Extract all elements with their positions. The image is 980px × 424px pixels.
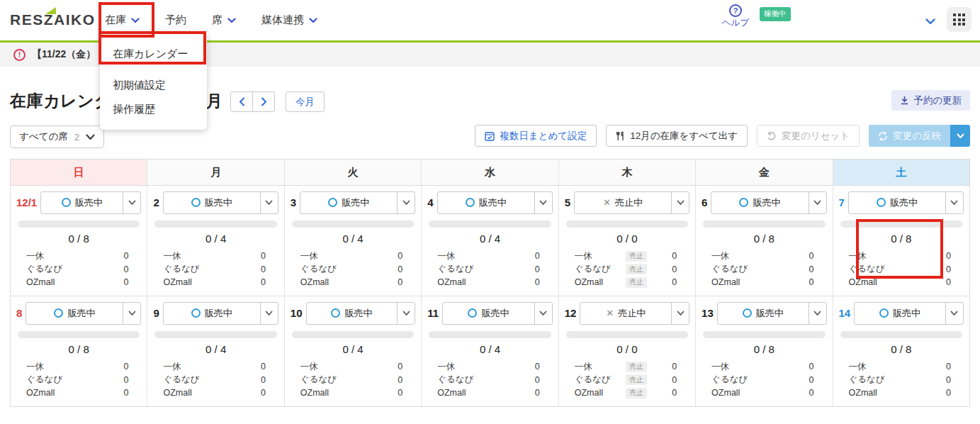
menu-item-initial-value-settings[interactable]: 初期値設定	[100, 73, 207, 97]
status-select[interactable]: 販売中	[26, 302, 141, 325]
channel-value: 0	[257, 388, 266, 398]
cell-header: 9 販売中	[147, 301, 283, 325]
calendar-week-row: 8 販売中 0 / 8 一休0ぐるなび0OZmall0 9 販売中	[11, 296, 969, 406]
status-select[interactable]: ✕ 売止中	[574, 191, 689, 214]
status-select[interactable]: 販売中	[854, 302, 964, 325]
status-select[interactable]: 販売中	[437, 191, 553, 214]
account-chevron-down-icon[interactable]	[925, 15, 935, 28]
menu-item-inventory-calendar[interactable]: 在庫カレンダー	[100, 42, 207, 66]
apply-changes-button[interactable]: 変更の反映	[869, 125, 950, 147]
channel-value: 0	[942, 388, 951, 398]
app-grid-button[interactable]	[947, 7, 971, 32]
inventory-progress-bar	[703, 331, 825, 338]
date-label: 12/1	[16, 196, 37, 208]
status-select[interactable]: 販売中	[163, 191, 278, 214]
channel-name: OZmall	[849, 388, 942, 398]
channel-list: 一休0ぐるなび0OZmall0	[285, 360, 421, 400]
status-text: 販売中	[481, 307, 509, 320]
status-icon	[54, 308, 63, 318]
chevron-down-icon	[227, 18, 236, 23]
channel-name: ぐるなび	[163, 374, 257, 386]
channel-row: 一休0	[300, 360, 402, 374]
inventory-progress-bar	[703, 221, 825, 228]
channel-row: 一休0	[163, 250, 265, 263]
reszaiko-logo[interactable]: RESZAIKO	[10, 11, 96, 28]
help-button[interactable]: ? ヘルプ	[721, 4, 750, 29]
chevron-down-icon	[123, 303, 140, 324]
channel-name: ぐるなび	[26, 263, 120, 275]
channel-row: 一休0	[300, 250, 402, 263]
undo-icon	[767, 131, 777, 141]
channel-name: ぐるなび	[575, 263, 626, 275]
release-all-inventory-button[interactable]: 12月の在庫をすべて出す	[606, 125, 748, 147]
channel-row: OZmall0	[711, 276, 813, 289]
status-text: 販売中	[890, 196, 918, 209]
channel-row: ぐるなび0	[437, 263, 539, 277]
status-value: 販売中	[41, 192, 123, 213]
date-label: 12	[565, 307, 577, 319]
status-select[interactable]: 販売中	[163, 302, 278, 325]
status-text: 売止中	[618, 307, 646, 320]
nav-item-reservations[interactable]: 予約	[165, 13, 186, 27]
date-label: 13	[702, 307, 714, 319]
nav-item-inventory[interactable]: 在庫	[105, 13, 140, 27]
inventory-count: 0 / 8	[833, 233, 969, 245]
menu-item-operation-history[interactable]: 操作履歴	[100, 97, 207, 121]
channel-value: 0	[668, 277, 677, 287]
channel-name: 一休	[575, 361, 626, 373]
status-select[interactable]: 販売中	[300, 191, 415, 214]
apply-options-chevron-button[interactable]	[950, 125, 970, 147]
reset-changes-button[interactable]: 変更のリセット	[757, 125, 860, 147]
chevron-down-icon	[260, 303, 278, 324]
inventory-progress-bar	[18, 331, 140, 338]
status-select[interactable]: 販売中	[717, 302, 827, 325]
seat-filter-dropdown[interactable]: すべての席 2	[10, 125, 104, 148]
update-reservations-button[interactable]: 予約の更新	[891, 90, 970, 111]
prev-month-button[interactable]	[230, 91, 253, 112]
channel-value: 0	[806, 277, 814, 287]
status-select[interactable]: 販売中	[442, 302, 553, 325]
channel-name: OZmall	[711, 277, 805, 287]
inventory-calendar: 日月火水木金土 12/1 販売中 0 / 8 一休0ぐるなび0OZmall0 2…	[10, 159, 970, 407]
channel-name: 一休	[437, 250, 531, 262]
inventory-progress-bar	[429, 331, 551, 338]
status-select[interactable]: 販売中	[306, 302, 416, 325]
weekday-header-weekday: 木	[559, 160, 696, 185]
channel-value: 0	[394, 388, 402, 398]
next-month-button[interactable]	[252, 91, 275, 112]
inventory-count: 0 / 8	[11, 343, 147, 355]
status-text: 販売中	[893, 307, 920, 320]
release-all-inventory-label: 12月の在庫をすべて出す	[630, 130, 738, 143]
nav-item-media-link[interactable]: 媒体連携	[261, 13, 317, 27]
cell-header: 3 販売中	[285, 191, 421, 214]
bulk-set-days-button[interactable]: 複数日まとめて設定	[475, 125, 597, 147]
cell-header: 2 販売中	[147, 191, 283, 214]
nav-item-seats[interactable]: 席	[212, 13, 236, 27]
status-select[interactable]: 販売中	[711, 191, 826, 214]
inventory-count: 0 / 4	[285, 343, 421, 355]
status-select[interactable]: 販売中	[848, 191, 964, 214]
status-select[interactable]: 販売中	[40, 191, 141, 214]
chevron-down-icon	[86, 134, 95, 140]
today-button[interactable]: 今月	[286, 91, 325, 112]
calendar-day-cell: 2 販売中 0 / 4 一休0ぐるなび0OZmall0	[147, 186, 284, 296]
channel-name: 一休	[711, 250, 805, 262]
channel-value: 0	[394, 264, 402, 274]
channel-value: 0	[394, 362, 402, 372]
date-label: 3	[291, 196, 296, 208]
inventory-progress-bar	[566, 221, 688, 228]
status-select[interactable]: ✕ 売止中	[580, 302, 689, 325]
chevron-down-icon	[131, 18, 140, 23]
channel-value: 0	[120, 277, 128, 287]
channel-row: 一休0	[437, 250, 539, 263]
status-text: 販売中	[67, 307, 95, 320]
inventory-count: 0 / 4	[422, 343, 558, 355]
cell-header: 11 販売中	[422, 301, 558, 325]
status-text: 販売中	[75, 196, 103, 209]
channel-row: 一休0	[437, 360, 539, 374]
channel-row: OZmall0	[711, 386, 813, 400]
calendar-day-cell: 7 販売中 0 / 8 一休0ぐるなび0OZmall0	[833, 186, 969, 296]
status-text: 販売中	[205, 307, 232, 320]
date-label: 5	[565, 196, 570, 208]
status-value: 販売中	[300, 192, 397, 213]
